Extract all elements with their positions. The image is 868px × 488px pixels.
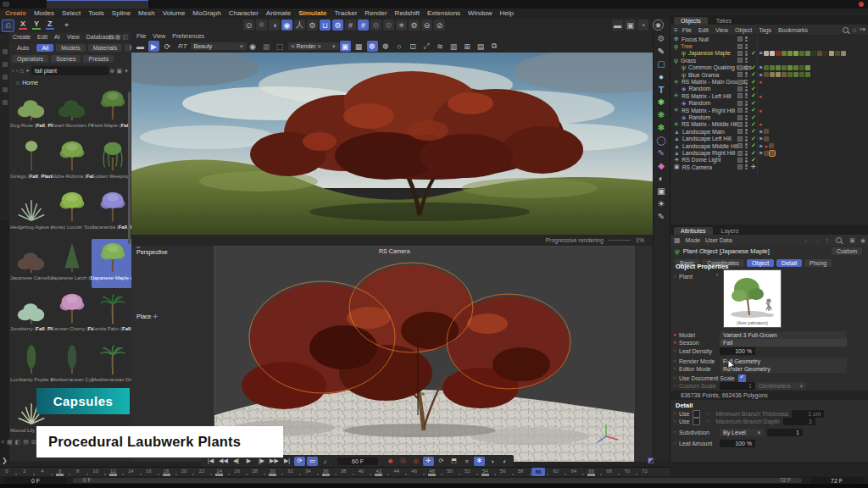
editor-render-dots[interactable]	[745, 80, 748, 85]
object-row-common-quaking-grass-4[interactable]: ψCommon Quaking Grass✓⚑	[670, 64, 868, 71]
user-account-icon[interactable]: ◉	[653, 19, 664, 30]
material-tag[interactable]	[782, 51, 787, 56]
visibility-toggle[interactable]	[737, 158, 743, 163]
snap-grid-icon[interactable]: #	[358, 19, 369, 30]
am-tab-layers[interactable]: Layers	[715, 227, 746, 235]
enabled-check-icon[interactable]: ✓	[751, 114, 756, 121]
menu-item-mesh[interactable]: Mesh	[138, 9, 155, 17]
enabled-check-icon[interactable]: ✓	[751, 86, 756, 92]
custom-button[interactable]: Custom	[832, 247, 862, 255]
filter-lock-icon[interactable]: ▣	[116, 68, 122, 75]
keyframe-selection-button[interactable]: ◑	[487, 457, 498, 466]
viewport-camera-menu[interactable]: Perspective	[136, 249, 168, 255]
material-tag[interactable]	[817, 51, 822, 56]
key-position-button[interactable]: ✛	[423, 457, 434, 466]
material-tag[interactable]	[835, 51, 840, 56]
prev-key-button[interactable]: ◀◀	[218, 457, 229, 466]
fcurve-icon[interactable]: ◩	[648, 457, 654, 464]
visibility-toggle[interactable]	[737, 65, 743, 70]
enabled-check-icon[interactable]: ✓	[751, 100, 756, 107]
editor-render-dots[interactable]	[745, 72, 748, 77]
enabled-check-icon[interactable]: ✓	[751, 92, 756, 99]
record-options-button[interactable]: ◎	[410, 457, 421, 466]
menu-item-simulate[interactable]: Simulate	[298, 9, 326, 17]
om-tab-objects[interactable]: Objects	[674, 17, 708, 25]
visibility-toggle[interactable]	[737, 129, 743, 134]
material-tag[interactable]	[769, 143, 774, 148]
browser-window-icons[interactable]: ▤ ▦ ◱	[108, 34, 128, 41]
gear-icon[interactable]: ⚙	[654, 32, 669, 45]
browser-menu-view[interactable]: View	[67, 34, 80, 40]
anim-dot[interactable]: ○	[670, 419, 679, 424]
om-menu-bookmarks[interactable]: Bookmarks	[778, 27, 808, 33]
browser-tab-materials[interactable]: Materials	[88, 44, 122, 52]
om-tab-takes[interactable]: Takes	[709, 17, 738, 25]
visibility-toggle[interactable]	[737, 108, 743, 113]
field-icon[interactable]: ◐	[654, 172, 669, 185]
refresh-icon[interactable]: ⟳	[162, 41, 173, 52]
key-rotation-button[interactable]: ⟳	[436, 457, 447, 466]
editor-render-dots[interactable]	[745, 158, 748, 163]
am-tab-attributes[interactable]: Attributes	[674, 227, 713, 235]
clapboard-icon[interactable]: ▬	[135, 41, 146, 52]
motext-icon[interactable]: T	[654, 83, 669, 96]
forward-icon[interactable]: ›	[16, 67, 19, 75]
plant-item-japanese-larch[interactable]: Japanese Larch (Fall, Pl...	[51, 239, 93, 288]
play-render-button[interactable]: ▶	[148, 41, 159, 52]
snowflake2-icon[interactable]: ❆	[381, 41, 392, 52]
lock-icon[interactable]: ▣	[849, 237, 855, 244]
menu-item-window[interactable]: Window	[468, 9, 492, 17]
visibility-toggle[interactable]	[737, 51, 743, 56]
editor-render-dots[interactable]	[745, 143, 748, 148]
live-selection-icon[interactable]: ⊙	[243, 19, 254, 30]
dim2-icon[interactable]: ⚙	[383, 19, 394, 30]
material-tag[interactable]	[782, 65, 787, 70]
menu-item-extensions[interactable]: Extensions	[427, 9, 460, 17]
timeline-mini-icon-1[interactable]: ▦	[7, 439, 13, 446]
editor-render-dots[interactable]	[745, 86, 748, 92]
visibility-toggle[interactable]	[737, 58, 743, 63]
disable-icon[interactable]: ⊖	[421, 19, 432, 30]
material-tag[interactable]	[787, 65, 793, 70]
mode-icon[interactable]: ▦	[674, 236, 681, 244]
render-select[interactable]: < Render >▾	[288, 42, 339, 50]
key-scale-button[interactable]: ⬒	[448, 457, 459, 466]
anim-dot[interactable]: ○	[670, 441, 679, 446]
edit-icon[interactable]: ✎	[654, 210, 669, 223]
object-row-blue-grama-5[interactable]: ψBlue Grama✓⚑	[670, 71, 868, 78]
enabled-check-icon[interactable]: ✓	[751, 50, 756, 57]
flag-tag-icon[interactable]: ⚑	[759, 136, 763, 141]
editor-render-dots[interactable]	[745, 58, 748, 63]
cloth-settings-icon[interactable]: ⚙	[332, 19, 343, 30]
flag-tag-icon[interactable]: ⚑	[759, 50, 763, 56]
material-tag[interactable]	[764, 136, 769, 141]
browser-menu-create[interactable]: Create	[13, 34, 31, 40]
browser-subtab-scenes[interactable]: Scenes	[51, 55, 81, 63]
material-tag[interactable]	[799, 65, 804, 70]
spline-circle-icon[interactable]: ◯	[654, 134, 669, 147]
editor-render-dots[interactable]	[745, 65, 748, 70]
search-icon[interactable]	[836, 237, 842, 243]
plant-item-golden-weeping-willo[interactable]: Golden Weeping Willo...	[92, 137, 131, 186]
om-menu-view[interactable]: View	[715, 27, 728, 33]
circle-select-icon[interactable]: ○	[394, 41, 405, 52]
editor-render-dots[interactable]	[745, 115, 748, 120]
season-select[interactable]: Fall	[720, 339, 847, 347]
enabled-check-icon[interactable]: ✓	[751, 71, 756, 78]
timeline-mini-icon-3[interactable]: ▤	[23, 439, 29, 446]
object-row-random-11[interactable]: ◈Random✓	[670, 114, 868, 120]
material-tag[interactable]	[770, 51, 775, 56]
menu-item-mograph[interactable]: MoGraph	[192, 9, 220, 17]
editor-mode-select[interactable]: Render Geometry	[720, 365, 847, 373]
editor-render-dots[interactable]	[745, 44, 748, 49]
pv-icon[interactable]: ▤	[476, 41, 487, 52]
redshift-tag-icon[interactable]: ●	[759, 108, 762, 114]
browser-tab-models[interactable]: Models	[56, 44, 86, 52]
menu-item-redshift[interactable]: Redshift	[395, 9, 420, 17]
place-tool-label[interactable]: Place ✛	[136, 313, 158, 320]
material-tag[interactable]	[793, 65, 798, 70]
material-tag[interactable]	[805, 51, 810, 56]
range-slider[interactable]	[73, 478, 802, 483]
custom-scale-unit-select[interactable]: Centimeters▾	[755, 382, 806, 390]
visibility-toggle[interactable]	[737, 115, 743, 120]
